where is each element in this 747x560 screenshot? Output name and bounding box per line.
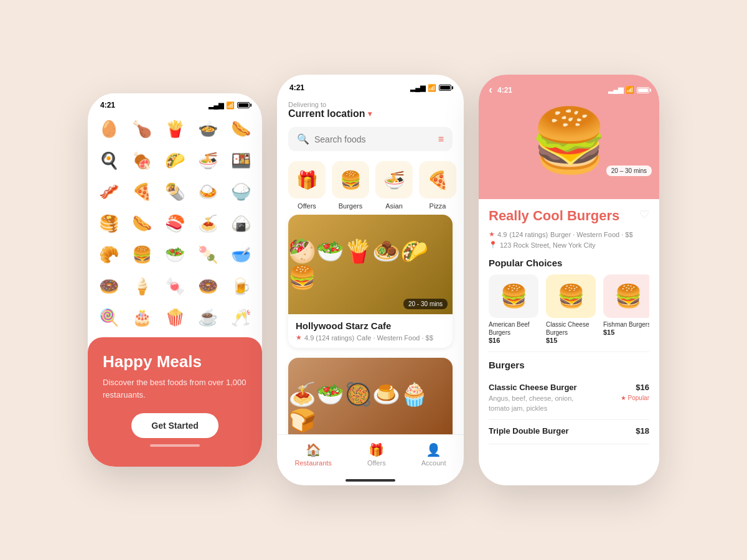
account-tab-label: Account (421, 459, 446, 467)
phones-container: 4:21 ▂▄▆ 📶 🥚 🍗 🍟 🍲 🌭 🍳 🍖 🌮 🍜 🍱 🥓 🍕 🌯 🍛 🍚 (75, 50, 672, 510)
emoji-item: 🥣 (225, 241, 257, 268)
status-icons-2: ▂▄▆ 📶 (410, 84, 451, 92)
menu-section: Burgers Classic Cheese Burger Angus, bee… (489, 352, 649, 444)
battery-icon-3 (637, 87, 649, 93)
time-2: 4:21 (289, 83, 304, 92)
food-type: Burger · Western Food · $$ (550, 231, 632, 238)
pizza-icon-box: 🍕 (419, 161, 456, 198)
popular-section: Popular Choices 🍔 American Beef Burgers … (489, 258, 649, 344)
signal-icon: ▂▄▆ (209, 101, 223, 110)
menu-item-price-2: $18 (636, 426, 649, 436)
restaurant-type-1: Cafe · Western Food · $$ (357, 334, 433, 342)
chevron-down-icon[interactable]: ▾ (368, 110, 372, 118)
menu-item-right-1: $16 ★ Popular (621, 383, 649, 401)
asian-label: Asian (385, 202, 403, 210)
offers-tab-icon: 🎁 (369, 442, 384, 457)
status-bar-3: ‹ 4:21 ▂▄▆ 📶 (479, 75, 659, 100)
emoji-item: 🍺 (225, 273, 257, 299)
rating-value: 4.9 (497, 231, 507, 238)
status-icons-3: ▂▄▆ 📶 (608, 86, 649, 94)
popular-item-price-2: $15 (546, 337, 596, 344)
search-input[interactable] (314, 134, 433, 144)
restaurant-rating-1: 4.9 (124 ratings) (304, 334, 354, 342)
restaurant-meta-1: ★ 4.9 (124 ratings) Cafe · Western Food … (296, 334, 445, 342)
time-1: 4:21 (100, 101, 115, 110)
restaurant-card-2[interactable]: 🍝🥗🥘🍮🧁🍞 Italian Kitchen ★ 4.7 (98 ratings… (288, 358, 453, 434)
home-indicator (150, 444, 200, 447)
emoji-item: 🍭 (93, 304, 125, 330)
restaurant-info-1: Hollywood Starz Cafe ★ 4.9 (124 ratings)… (288, 314, 453, 348)
battery-icon-2 (439, 85, 451, 91)
emoji-item: 🍝 (192, 210, 224, 236)
status-bar-2: 4:21 ▂▄▆ 📶 (277, 75, 464, 96)
restaurants-tab-label: Restaurants (295, 459, 332, 467)
emoji-item: 🍱 (225, 147, 257, 174)
restaurant-card-1[interactable]: 🥙🥗🍟🧆🌮🍔 20 - 30 mins Hollywood Starz Cafe… (288, 215, 453, 348)
popular-item-3[interactable]: 🍔 Fishman Burgers $15 (603, 274, 649, 344)
menu-item-1[interactable]: Classic Cheese Burger Angus, beef, chees… (489, 376, 649, 420)
category-pizza[interactable]: 🍕 Pizza (419, 161, 456, 210)
wifi-icon-3: 📶 (626, 86, 634, 94)
emoji-item: 🌯 (159, 179, 190, 205)
offers-tab-label: Offers (367, 459, 386, 467)
menu-item-2[interactable]: Triple Double Burger $18 (489, 420, 649, 444)
burgers-icon-box: 🍔 (332, 161, 369, 198)
search-bar[interactable]: 🔍 ≡ (288, 127, 453, 151)
menu-item-right-2: $18 (636, 426, 649, 436)
menu-item-desc-1: Angus, beef, cheese, onion, tomato jam, … (489, 394, 588, 413)
restaurant-name-1: Hollywood Starz Cafe (296, 320, 445, 331)
popular-item-image-1: 🍔 (489, 274, 538, 318)
burger-emoji: 🍔 (530, 104, 608, 177)
heart-button[interactable]: ♡ (639, 208, 649, 222)
emoji-item: 🥚 (93, 116, 125, 142)
emoji-item: 🍩 (192, 273, 224, 299)
emoji-item: 🌮 (159, 147, 190, 174)
emoji-item: 🎂 (126, 304, 157, 330)
tab-offers[interactable]: 🎁 Offers (367, 442, 386, 467)
emoji-grid: 🥚 🍗 🍟 🍲 🌭 🍳 🍖 🌮 🍜 🍱 🥓 🍕 🌯 🍛 🍚 🥞 🌭 🍣 🍝 🍙 … (88, 113, 262, 337)
delivering-section: Delivering to Current location ▾ (277, 96, 464, 122)
filter-icon[interactable]: ≡ (438, 134, 444, 145)
home-indicator-2 (345, 479, 395, 482)
emoji-item: 🥓 (93, 179, 125, 205)
emoji-item: 🥗 (159, 241, 190, 268)
emoji-item: 🍛 (192, 179, 224, 205)
emoji-item: 🍦 (126, 273, 157, 299)
phone-2-content: Delivering to Current location ▾ 🔍 ≡ 🎁 O… (277, 96, 464, 485)
tab-account[interactable]: 👤 Account (421, 442, 446, 467)
popular-item-name-1: American Beef Burgers (489, 320, 538, 337)
app-subtitle: Discover the best foods from over 1,000 … (103, 376, 247, 401)
categories-list: 🎁 Offers 🍔 Burgers 🍜 Asian 🍕 Pizza (277, 156, 464, 215)
tab-restaurants[interactable]: 🏠 Restaurants (295, 442, 332, 467)
back-button[interactable]: ‹ (489, 83, 492, 96)
offers-icon-box: 🎁 (288, 161, 326, 198)
category-offers[interactable]: 🎁 Offers (288, 161, 326, 210)
menu-item-name-1: Classic Cheese Burger (489, 383, 588, 392)
wifi-icon: 📶 (226, 101, 235, 110)
phone-3-content: Really Cool Burgers ♡ ★ 4.9 (124 ratings… (479, 199, 659, 485)
signal-icon-3: ▂▄▆ (608, 86, 623, 94)
app-title: Happy Meals (103, 352, 247, 371)
restaurants-tab-icon: 🏠 (306, 442, 321, 457)
popular-item-image-3: 🍔 (603, 274, 649, 318)
category-burgers[interactable]: 🍔 Burgers (332, 161, 369, 210)
popular-star-icon: ★ (621, 394, 626, 401)
category-asian[interactable]: 🍜 Asian (375, 161, 413, 210)
popular-item-2[interactable]: 🍔 Classic Cheese Burgers $15 (546, 274, 596, 344)
popular-item-image-2: 🍔 (546, 274, 596, 318)
get-started-button[interactable]: Get Started (131, 413, 218, 438)
popular-item-1[interactable]: 🍔 American Beef Burgers $16 (489, 274, 538, 344)
emoji-item: 🍜 (192, 147, 224, 174)
restaurant-image-1: 🥙🥗🍟🧆🌮🍔 20 - 30 mins (288, 215, 453, 314)
status-bar-1: 4:21 ▂▄▆ 📶 (88, 93, 262, 113)
menu-item-info-2: Triple Double Burger (489, 426, 569, 437)
restaurant-title-section: Really Cool Burgers ♡ (489, 199, 649, 230)
popular-item-name-2: Classic Cheese Burgers (546, 320, 596, 337)
emoji-item: 🍕 (126, 179, 157, 205)
search-icon: 🔍 (297, 133, 309, 145)
emoji-item: 🌭 (126, 210, 157, 236)
rating-reviews: (124 ratings) (509, 231, 548, 238)
phone-3-header: ‹ 4:21 ▂▄▆ 📶 🍔 20 – 30 mins (479, 75, 659, 199)
status-icons-1: ▂▄▆ 📶 (209, 101, 250, 110)
menu-section-title: Burgers (489, 360, 649, 370)
